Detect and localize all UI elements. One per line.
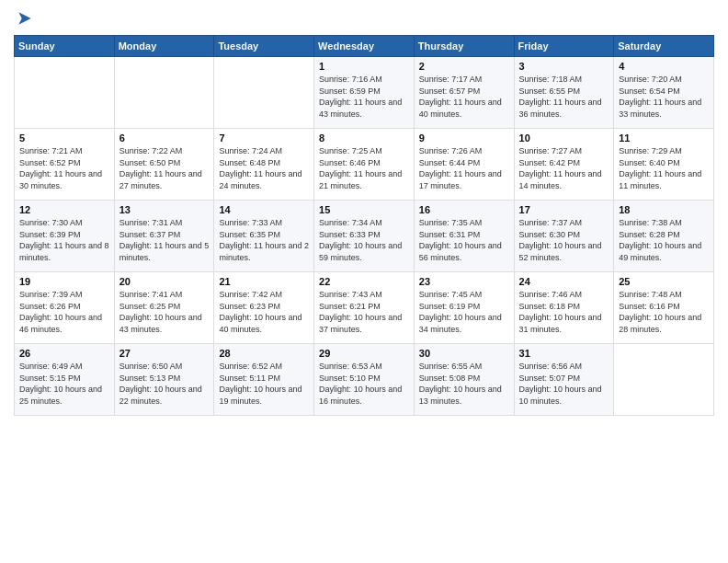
day-info: Sunrise: 7:26 AM Sunset: 6:44 PM Dayligh… xyxy=(419,145,509,191)
calendar-cell: 8Sunrise: 7:25 AM Sunset: 6:46 PM Daylig… xyxy=(314,129,415,201)
calendar-cell: 22Sunrise: 7:43 AM Sunset: 6:21 PM Dayli… xyxy=(314,272,415,344)
calendar-body: 1Sunrise: 7:16 AM Sunset: 6:59 PM Daylig… xyxy=(15,57,714,416)
col-thursday: Thursday xyxy=(414,36,514,57)
calendar-cell: 3Sunrise: 7:18 AM Sunset: 6:55 PM Daylig… xyxy=(514,57,614,129)
day-info: Sunrise: 7:25 AM Sunset: 6:46 PM Dayligh… xyxy=(319,145,409,191)
day-number: 30 xyxy=(419,348,509,359)
calendar-cell: 9Sunrise: 7:26 AM Sunset: 6:44 PM Daylig… xyxy=(414,129,514,201)
calendar-cell: 20Sunrise: 7:41 AM Sunset: 6:25 PM Dayli… xyxy=(114,272,214,344)
day-number: 10 xyxy=(519,132,609,144)
day-number: 21 xyxy=(219,276,309,287)
day-number: 6 xyxy=(119,132,210,144)
day-number: 12 xyxy=(19,204,109,215)
day-number: 4 xyxy=(619,61,709,72)
logo-icon xyxy=(16,9,34,28)
day-info: Sunrise: 7:27 AM Sunset: 6:42 PM Dayligh… xyxy=(519,145,609,191)
calendar-cell: 21Sunrise: 7:42 AM Sunset: 6:23 PM Dayli… xyxy=(214,272,314,344)
day-number: 16 xyxy=(419,204,509,215)
calendar-cell: 13Sunrise: 7:31 AM Sunset: 6:37 PM Dayli… xyxy=(114,201,214,272)
calendar-cell: 6Sunrise: 7:22 AM Sunset: 6:50 PM Daylig… xyxy=(114,129,214,201)
day-info: Sunrise: 7:29 AM Sunset: 6:40 PM Dayligh… xyxy=(619,145,709,191)
calendar-header: Sunday Monday Tuesday Wednesday Thursday… xyxy=(15,36,714,57)
calendar-cell xyxy=(15,57,115,129)
day-info: Sunrise: 7:17 AM Sunset: 6:57 PM Dayligh… xyxy=(419,74,509,120)
day-info: Sunrise: 7:38 AM Sunset: 6:28 PM Dayligh… xyxy=(619,217,709,263)
calendar-cell: 15Sunrise: 7:34 AM Sunset: 6:33 PM Dayli… xyxy=(314,201,415,272)
calendar-cell: 16Sunrise: 7:35 AM Sunset: 6:31 PM Dayli… xyxy=(414,201,514,272)
day-number: 9 xyxy=(419,132,509,144)
calendar-week-3: 12Sunrise: 7:30 AM Sunset: 6:39 PM Dayli… xyxy=(15,201,714,272)
day-info: Sunrise: 6:56 AM Sunset: 5:07 PM Dayligh… xyxy=(519,361,609,407)
svg-marker-0 xyxy=(18,12,30,24)
day-info: Sunrise: 7:39 AM Sunset: 6:26 PM Dayligh… xyxy=(19,289,109,335)
calendar-cell: 29Sunrise: 6:53 AM Sunset: 5:10 PM Dayli… xyxy=(314,344,415,416)
col-sunday: Sunday xyxy=(15,36,115,57)
calendar-cell: 18Sunrise: 7:38 AM Sunset: 6:28 PM Dayli… xyxy=(614,201,714,272)
day-info: Sunrise: 7:46 AM Sunset: 6:18 PM Dayligh… xyxy=(519,289,609,335)
day-info: Sunrise: 7:30 AM Sunset: 6:39 PM Dayligh… xyxy=(19,217,109,263)
day-info: Sunrise: 7:16 AM Sunset: 6:59 PM Dayligh… xyxy=(319,74,409,120)
col-tuesday: Tuesday xyxy=(214,36,314,57)
calendar-cell: 1Sunrise: 7:16 AM Sunset: 6:59 PM Daylig… xyxy=(314,57,415,129)
day-info: Sunrise: 7:41 AM Sunset: 6:25 PM Dayligh… xyxy=(119,289,210,335)
calendar-week-2: 5Sunrise: 7:21 AM Sunset: 6:52 PM Daylig… xyxy=(15,129,714,201)
page: Sunday Monday Tuesday Wednesday Thursday… xyxy=(0,0,728,563)
day-info: Sunrise: 6:50 AM Sunset: 5:13 PM Dayligh… xyxy=(119,361,210,407)
day-info: Sunrise: 6:49 AM Sunset: 5:15 PM Dayligh… xyxy=(19,361,109,407)
col-friday: Friday xyxy=(514,36,614,57)
calendar-cell: 31Sunrise: 6:56 AM Sunset: 5:07 PM Dayli… xyxy=(514,344,614,416)
calendar-cell: 14Sunrise: 7:33 AM Sunset: 6:35 PM Dayli… xyxy=(214,201,314,272)
calendar-week-1: 1Sunrise: 7:16 AM Sunset: 6:59 PM Daylig… xyxy=(15,57,714,129)
calendar-week-5: 26Sunrise: 6:49 AM Sunset: 5:15 PM Dayli… xyxy=(15,344,714,416)
calendar-cell xyxy=(614,344,714,416)
day-number: 1 xyxy=(319,61,409,72)
day-number: 3 xyxy=(519,61,609,72)
col-wednesday: Wednesday xyxy=(314,36,415,57)
day-info: Sunrise: 7:43 AM Sunset: 6:21 PM Dayligh… xyxy=(319,289,409,335)
day-number: 17 xyxy=(519,204,609,215)
calendar-table: Sunday Monday Tuesday Wednesday Thursday… xyxy=(14,35,714,416)
day-info: Sunrise: 7:48 AM Sunset: 6:16 PM Dayligh… xyxy=(619,289,709,335)
day-number: 18 xyxy=(619,204,709,215)
col-monday: Monday xyxy=(114,36,214,57)
day-number: 11 xyxy=(619,132,709,144)
day-number: 13 xyxy=(119,204,210,215)
header xyxy=(14,9,714,28)
calendar-cell: 5Sunrise: 7:21 AM Sunset: 6:52 PM Daylig… xyxy=(15,129,115,201)
day-info: Sunrise: 7:20 AM Sunset: 6:54 PM Dayligh… xyxy=(619,74,709,120)
day-number: 22 xyxy=(319,276,409,287)
day-info: Sunrise: 7:45 AM Sunset: 6:19 PM Dayligh… xyxy=(419,289,509,335)
calendar-cell: 30Sunrise: 6:55 AM Sunset: 5:08 PM Dayli… xyxy=(414,344,514,416)
calendar-cell xyxy=(114,57,214,129)
day-number: 14 xyxy=(219,204,309,215)
day-number: 2 xyxy=(419,61,509,72)
day-number: 31 xyxy=(519,348,609,359)
logo xyxy=(14,9,34,28)
calendar-cell: 28Sunrise: 6:52 AM Sunset: 5:11 PM Dayli… xyxy=(214,344,314,416)
day-info: Sunrise: 7:37 AM Sunset: 6:30 PM Dayligh… xyxy=(519,217,609,263)
day-info: Sunrise: 7:35 AM Sunset: 6:31 PM Dayligh… xyxy=(419,217,509,263)
day-info: Sunrise: 7:22 AM Sunset: 6:50 PM Dayligh… xyxy=(119,145,210,191)
day-info: Sunrise: 6:53 AM Sunset: 5:10 PM Dayligh… xyxy=(319,361,409,407)
calendar-cell: 25Sunrise: 7:48 AM Sunset: 6:16 PM Dayli… xyxy=(614,272,714,344)
day-number: 27 xyxy=(119,348,210,359)
day-number: 25 xyxy=(619,276,709,287)
day-number: 28 xyxy=(219,348,309,359)
day-info: Sunrise: 7:34 AM Sunset: 6:33 PM Dayligh… xyxy=(319,217,409,263)
calendar-week-4: 19Sunrise: 7:39 AM Sunset: 6:26 PM Dayli… xyxy=(15,272,714,344)
col-saturday: Saturday xyxy=(614,36,714,57)
calendar-cell: 4Sunrise: 7:20 AM Sunset: 6:54 PM Daylig… xyxy=(614,57,714,129)
calendar-cell: 10Sunrise: 7:27 AM Sunset: 6:42 PM Dayli… xyxy=(514,129,614,201)
calendar-cell: 17Sunrise: 7:37 AM Sunset: 6:30 PM Dayli… xyxy=(514,201,614,272)
day-number: 26 xyxy=(19,348,109,359)
day-number: 29 xyxy=(319,348,409,359)
day-info: Sunrise: 7:24 AM Sunset: 6:48 PM Dayligh… xyxy=(219,145,309,191)
calendar-cell: 7Sunrise: 7:24 AM Sunset: 6:48 PM Daylig… xyxy=(214,129,314,201)
day-info: Sunrise: 6:55 AM Sunset: 5:08 PM Dayligh… xyxy=(419,361,509,407)
calendar-cell: 24Sunrise: 7:46 AM Sunset: 6:18 PM Dayli… xyxy=(514,272,614,344)
calendar-cell xyxy=(214,57,314,129)
calendar-cell: 26Sunrise: 6:49 AM Sunset: 5:15 PM Dayli… xyxy=(15,344,115,416)
day-number: 23 xyxy=(419,276,509,287)
calendar-cell: 19Sunrise: 7:39 AM Sunset: 6:26 PM Dayli… xyxy=(15,272,115,344)
day-info: Sunrise: 7:31 AM Sunset: 6:37 PM Dayligh… xyxy=(119,217,210,263)
